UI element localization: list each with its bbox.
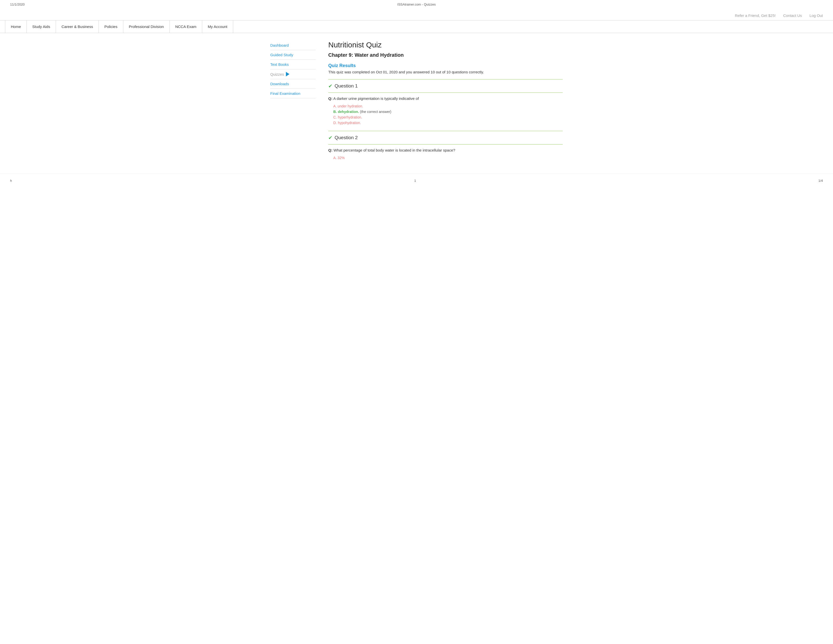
sidebar-item-dashboard[interactable]: Dashboard — [270, 40, 316, 50]
question-divider-2 — [328, 144, 563, 145]
question-number-1: Question 1 — [334, 83, 358, 89]
page-title-header: ISSAtrainer.com - Quizzes — [397, 3, 436, 6]
nav-item-career---business[interactable]: Career & Business — [56, 21, 99, 33]
question-block-2: ✔Question 2Q: What percentage of total b… — [328, 131, 563, 160]
top-bar: Refer a Friend, Get $25! Contact Us Log … — [0, 9, 833, 20]
date-display: 11/1/2020 ISSAtrainer.com - Quizzes — [0, 0, 833, 9]
question-header-2: ✔Question 2 — [328, 135, 563, 141]
footer-left: h — [10, 179, 12, 183]
sidebar-item-text-books[interactable]: Text Books — [270, 60, 316, 69]
contact-link[interactable]: Contact Us — [783, 13, 802, 18]
date-text: 11/1/2020 — [10, 3, 25, 6]
page-footer: h 1 1/4 — [0, 174, 833, 188]
nav-item-professional-division[interactable]: Professional Division — [123, 21, 170, 33]
sidebar-item-guided-study[interactable]: Guided Study — [270, 50, 316, 60]
logout-link[interactable]: Log Out — [810, 13, 823, 18]
answer-1-4: D. hypohydration. — [328, 121, 563, 125]
question-number-2: Question 2 — [334, 135, 358, 140]
nav-item-home[interactable]: Home — [5, 21, 27, 33]
question-header-1: ✔Question 1 — [328, 83, 563, 89]
checkmark-icon-2: ✔ — [328, 135, 333, 141]
nav-item-ncca-exam[interactable]: NCCA Exam — [170, 21, 202, 33]
nav-bar: HomeStudy AidsCareer & BusinessPoliciesP… — [0, 20, 833, 33]
nav-item-study-aids[interactable]: Study Aids — [27, 21, 56, 33]
page-layout: DashboardGuided StudyText BooksQuizzesDo… — [265, 40, 568, 166]
answer-1-1: A. under hydration. — [328, 104, 563, 108]
question-text-1: Q: A darker urine pigmentation is typica… — [328, 96, 563, 101]
refer-link[interactable]: Refer a Friend, Get $25! — [735, 13, 776, 18]
page-title: Nutritionist Quiz — [328, 40, 563, 49]
quiz-results-title: Quiz Results — [328, 63, 563, 68]
questions-container: ✔Question 1Q: A darker urine pigmentatio… — [328, 79, 563, 160]
nav-item-policies[interactable]: Policies — [99, 21, 123, 33]
checkmark-icon-1: ✔ — [328, 83, 333, 89]
chapter-title: Chapter 9: Water and Hydration — [328, 52, 563, 58]
answer-1-3: C. hyperhydration. — [328, 115, 563, 119]
sidebar-item-downloads[interactable]: Downloads — [270, 79, 316, 89]
sidebar: DashboardGuided StudyText BooksQuizzesDo… — [270, 40, 321, 166]
question-block-1: ✔Question 1Q: A darker urine pigmentatio… — [328, 79, 563, 125]
active-arrow-icon — [286, 72, 289, 76]
question-text-2: Q: What percentage of total body water i… — [328, 148, 563, 152]
quiz-results-text: This quiz was completed on Oct 01, 2020 … — [328, 70, 563, 74]
answer-2-1: A. 32% — [328, 156, 563, 160]
footer-center: 1 — [414, 179, 416, 183]
nav-item-my-account[interactable]: My Account — [202, 21, 233, 33]
answer-1-2: B. dehydration. (the correct answer) — [328, 110, 563, 114]
footer-right: 1/4 — [819, 179, 823, 183]
sidebar-item-quizzes: Quizzes — [270, 69, 316, 79]
sidebar-active-label: Quizzes — [270, 72, 284, 76]
sidebar-item-final-examination[interactable]: Final Examination — [270, 89, 316, 98]
main-content: Nutritionist Quiz Chapter 9: Water and H… — [321, 40, 563, 166]
